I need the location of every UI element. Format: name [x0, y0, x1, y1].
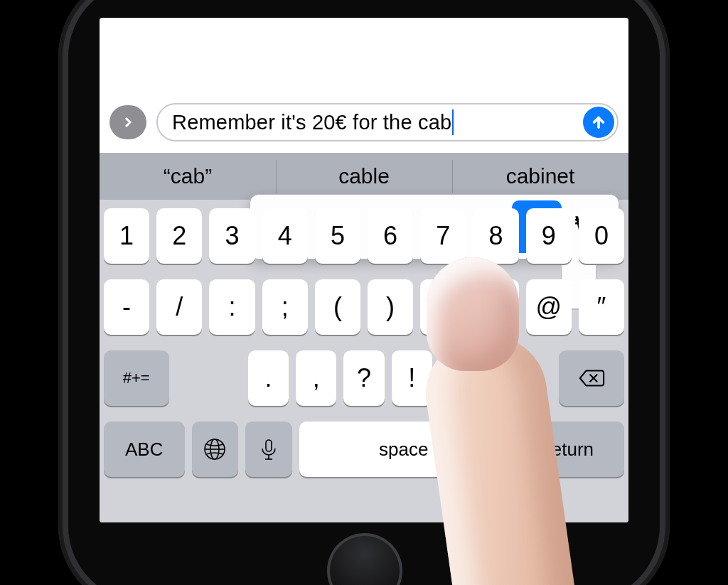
key-backspace[interactable] — [559, 350, 624, 406]
key-colon[interactable]: : — [209, 279, 255, 335]
backspace-icon — [578, 368, 605, 388]
key-2[interactable]: 2 — [156, 208, 202, 264]
prediction-2[interactable]: cabinet — [452, 153, 628, 200]
arrow-up-icon — [591, 114, 606, 130]
compose-bar: Remember it's 20€ for the cab — [100, 100, 628, 144]
prediction-1[interactable]: cable — [276, 153, 452, 200]
key-1[interactable]: 1 — [104, 208, 149, 264]
key-period[interactable]: . — [248, 350, 289, 406]
key-space[interactable]: space — [299, 422, 508, 477]
key-6[interactable]: 6 — [368, 208, 413, 264]
row3-spacer-left — [176, 350, 242, 406]
send-button[interactable] — [583, 107, 614, 138]
key-0[interactable]: 0 — [579, 208, 624, 264]
key-dictation[interactable] — [245, 422, 292, 477]
expand-apps-button[interactable] — [109, 105, 146, 139]
key-slash[interactable]: / — [156, 279, 202, 335]
key-row-4: ABC — [104, 422, 624, 477]
key-double-prime[interactable]: ″ — [579, 279, 624, 335]
key-symbols[interactable]: #+= — [104, 350, 169, 406]
key-8[interactable]: 8 — [473, 208, 518, 264]
key-return[interactable]: return — [515, 422, 624, 477]
key-3[interactable]: 3 — [209, 208, 255, 264]
key-4[interactable]: 4 — [262, 208, 308, 264]
key-semicolon[interactable]: ; — [262, 279, 308, 335]
key-comma[interactable]: , — [296, 350, 336, 406]
microphone-icon — [257, 437, 281, 461]
key-exclaim[interactable]: ! — [392, 350, 432, 406]
globe-icon — [203, 437, 227, 461]
prediction-0[interactable]: “cab” — [100, 153, 276, 200]
key-7[interactable]: 7 — [420, 208, 466, 264]
keyboard: “cab” cable cabinet ₽ ¥ £ $ ¢ € ₩ 1 2 3 … — [100, 153, 628, 522]
message-input-text: Remember it's 20€ for the cab — [172, 111, 451, 134]
chevron-right-icon — [122, 116, 134, 129]
key-9[interactable]: 9 — [526, 208, 572, 264]
key-row-2: - / : ; ( ) $ & @ ″ — [104, 279, 624, 335]
predictive-bar: “cab” cable cabinet — [100, 153, 628, 200]
row3-spacer-right — [487, 350, 552, 406]
key-dash[interactable]: - — [104, 279, 149, 335]
key-paren-open[interactable]: ( — [315, 279, 360, 335]
key-apostrophe[interactable]: ’ — [439, 350, 480, 406]
svg-rect-6 — [266, 440, 272, 451]
key-rows: 1 2 3 4 5 6 7 8 9 0 - / : ; ( ) $ & @ — [104, 208, 624, 517]
message-input[interactable]: Remember it's 20€ for the cab — [156, 103, 619, 141]
key-question[interactable]: ? — [343, 350, 384, 406]
key-at[interactable]: @ — [526, 279, 572, 335]
key-5[interactable]: 5 — [315, 208, 360, 264]
key-row-1: 1 2 3 4 5 6 7 8 9 0 — [104, 208, 624, 264]
key-paren-close[interactable]: ) — [368, 279, 413, 335]
key-abc[interactable]: ABC — [104, 422, 185, 477]
key-dollar[interactable]: $ — [420, 279, 466, 335]
key-globe[interactable] — [192, 422, 239, 477]
key-row-3: #+= . , ? ! ’ — [104, 350, 624, 406]
phone-screen: Remember it's 20€ for the cab “cab” cabl… — [100, 18, 628, 522]
text-caret — [452, 109, 454, 135]
key-ampersand[interactable]: & — [473, 279, 518, 335]
